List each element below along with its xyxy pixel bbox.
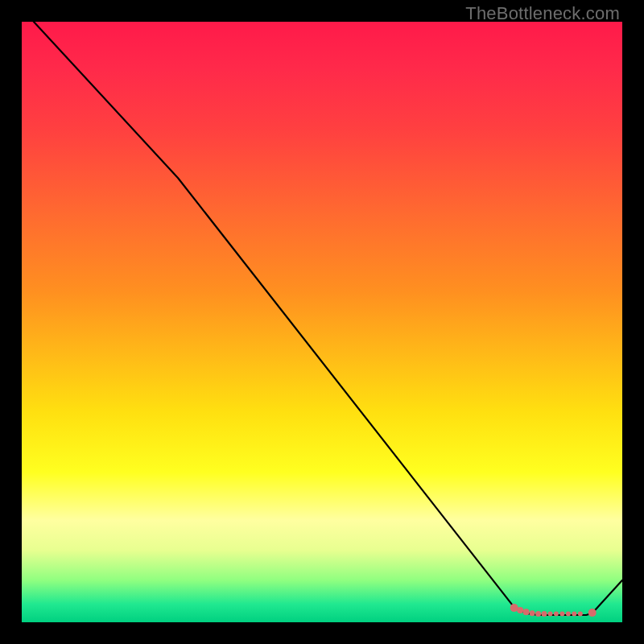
chart-overlay: [22, 22, 622, 622]
chart-marker: [588, 609, 597, 617]
chart-marker: [523, 609, 530, 615]
chart-marker: [578, 612, 583, 617]
chart-marker: [554, 612, 559, 617]
watermark-text: TheBottleneck.com: [465, 3, 620, 24]
chart-marker: [548, 612, 553, 617]
chart-curve: [34, 22, 622, 615]
chart-marker: [535, 611, 541, 617]
chart-marker: [566, 612, 571, 617]
chart-marker: [517, 607, 523, 613]
chart-marker: [572, 612, 576, 617]
chart-marker: [559, 612, 564, 617]
chart-marker: [510, 604, 518, 612]
chart-marker: [542, 611, 547, 617]
chart-marker: [530, 610, 535, 616]
